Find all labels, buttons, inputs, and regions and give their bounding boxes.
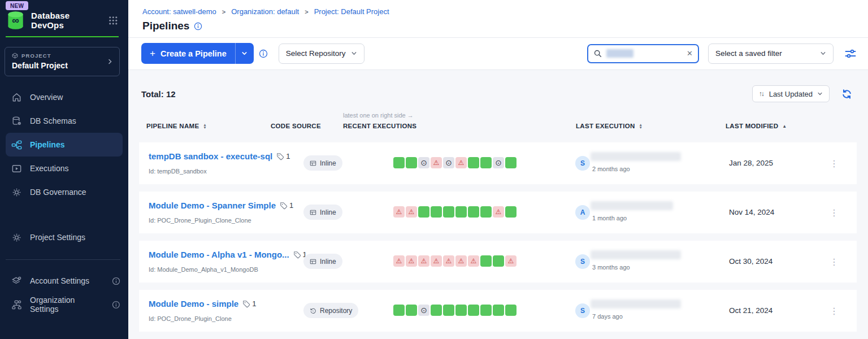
refresh-icon[interactable] (841, 89, 852, 99)
execution-success-icon[interactable] (468, 305, 479, 316)
execution-success-icon[interactable] (480, 206, 492, 218)
execution-skipped-icon[interactable]: ⊙ (418, 157, 429, 168)
execution-success-icon[interactable] (406, 157, 417, 168)
execution-success-icon[interactable] (418, 206, 429, 218)
sort-icon: ▲▼ (639, 123, 643, 129)
breadcrumb-project-link[interactable]: Project: Default Project (314, 7, 389, 16)
execution-success-icon[interactable] (505, 157, 517, 168)
info-icon[interactable] (112, 277, 120, 285)
execution-error-icon[interactable]: ⚠ (455, 157, 467, 168)
content-area: Total: 12 ↑↓ Last Updated latest one on … (128, 70, 868, 339)
row-actions-kebab-icon[interactable]: ⋮ (827, 255, 841, 268)
pipeline-name-link[interactable]: tempDB sandbox - execute-sql 1 (149, 151, 290, 161)
app-launcher-grid-icon[interactable] (108, 16, 118, 25)
saved-filter-dropdown[interactable]: Select a saved filter (708, 44, 834, 64)
execution-error-icon[interactable]: ⚠ (468, 255, 479, 267)
recent-executions: ⚠⚠⚠⚠⚠⚠⚠⚠ (393, 255, 518, 267)
repository-source-icon (310, 307, 316, 314)
execution-success-icon[interactable] (480, 255, 492, 267)
pipeline-name-link[interactable]: Module Demo - simple 1 (149, 299, 256, 308)
execution-error-icon[interactable]: ⚠ (493, 206, 504, 218)
execution-success-icon[interactable] (468, 157, 479, 168)
execution-error-icon[interactable]: ⚠ (505, 255, 517, 267)
redacted-user-name (591, 250, 681, 259)
info-icon[interactable] (194, 22, 202, 31)
code-source-badge: Inline (303, 205, 342, 220)
execution-error-icon[interactable]: ⚠ (431, 157, 442, 168)
column-header-last-execution[interactable]: LAST EXECUTION ▲▼ (576, 123, 643, 129)
sidebar-item-project-settings[interactable]: Project Settings (0, 225, 128, 249)
pipeline-name-link[interactable]: Module Demo - Spanner Simple 1 (149, 201, 293, 210)
app-root: NEW ∞ Database DevOps PROJECT Default Pr… (0, 0, 868, 339)
execution-success-icon[interactable] (480, 305, 492, 316)
org-chart-gear-icon (11, 299, 22, 310)
execution-error-icon[interactable]: ⚠ (406, 206, 417, 218)
execution-skipped-icon[interactable]: ⊙ (443, 157, 454, 168)
execution-error-icon[interactable]: ⚠ (455, 255, 467, 267)
execution-success-icon[interactable] (406, 305, 417, 316)
info-icon[interactable] (112, 301, 120, 309)
clear-search-icon[interactable]: ✕ (687, 50, 693, 57)
breadcrumb-organization-link[interactable]: Organization: default (231, 7, 299, 16)
execution-error-icon[interactable]: ⚠ (393, 255, 405, 267)
saved-filter-label: Select a saved filter (715, 49, 782, 58)
execution-success-icon[interactable] (455, 206, 467, 218)
execution-success-icon[interactable] (455, 305, 467, 316)
execution-success-icon[interactable] (443, 206, 454, 218)
breadcrumb-account-link[interactable]: Account: satwell-demo (142, 7, 216, 16)
execution-success-icon[interactable] (443, 305, 454, 316)
database-icon (11, 116, 22, 127)
execution-success-icon[interactable] (480, 157, 492, 168)
column-header-last-modified[interactable]: LAST MODIFIED ▲ (726, 123, 787, 129)
execution-success-icon[interactable] (393, 157, 405, 168)
pipeline-name-link[interactable]: Module Demo - Alpha v1 - Mongo... 1 (149, 250, 307, 259)
sidebar-item-organization-settings[interactable]: Organization Settings (0, 293, 128, 316)
sidebar-item-pipelines[interactable]: Pipelines (6, 133, 123, 157)
create-pipeline-dropdown-toggle[interactable] (235, 43, 254, 64)
execution-success-icon[interactable] (431, 305, 442, 316)
execution-success-icon[interactable] (393, 305, 405, 316)
avatar[interactable]: A (575, 205, 590, 220)
avatar[interactable]: S (575, 156, 590, 171)
execution-success-icon[interactable] (431, 206, 442, 218)
execution-error-icon[interactable]: ⚠ (431, 255, 442, 267)
execution-error-icon[interactable]: ⚠ (418, 255, 429, 267)
execution-skipped-icon[interactable]: ⊙ (493, 157, 504, 168)
execution-success-icon[interactable] (493, 255, 504, 267)
execution-error-icon[interactable]: ⚠ (443, 255, 454, 267)
redacted-user-name (591, 299, 681, 308)
avatar[interactable]: S (575, 254, 590, 269)
sort-updown-icon: ↑↓ (759, 90, 763, 98)
filter-sliders-icon[interactable] (844, 47, 857, 60)
project-selector[interactable]: PROJECT Default Project (5, 47, 120, 76)
sidebar-item-overview[interactable]: Overview (0, 85, 128, 109)
execution-success-icon[interactable] (505, 206, 517, 218)
row-actions-kebab-icon[interactable]: ⋮ (827, 157, 841, 170)
inline-source-icon (310, 209, 316, 216)
code-source-badge: Inline (303, 254, 342, 269)
create-pipeline-button[interactable]: + Create a Pipeline (141, 43, 235, 64)
list-header: Total: 12 ↑↓ Last Updated (139, 85, 857, 102)
column-header-code-source: CODE SOURCE (271, 123, 321, 129)
sidebar-item-executions[interactable]: Executions (0, 157, 128, 180)
execution-success-icon[interactable] (505, 305, 517, 316)
gear-icon (11, 232, 22, 243)
info-icon[interactable] (259, 49, 268, 58)
sidebar-item-db-governance[interactable]: DB Governance (0, 180, 128, 204)
table-row: Module Demo - Alpha v1 - Mongo... 1 Id: … (139, 241, 857, 282)
execution-skipped-icon[interactable]: ⊙ (418, 305, 429, 316)
execution-error-icon[interactable]: ⚠ (393, 206, 405, 218)
sort-dropdown[interactable]: ↑↓ Last Updated (752, 85, 830, 102)
main-area: Account: satwell-demo > Organization: de… (128, 0, 868, 339)
execution-success-icon[interactable] (493, 305, 504, 316)
search-input[interactable]: ✕ (587, 44, 699, 63)
row-actions-kebab-icon[interactable]: ⋮ (827, 206, 841, 219)
column-header-pipeline-name[interactable]: PIPELINE NAME ▲▼ (146, 123, 207, 129)
sidebar-item-account-settings[interactable]: Account Settings (0, 269, 128, 293)
row-actions-kebab-icon[interactable]: ⋮ (827, 304, 841, 318)
sidebar-item-db-schemas[interactable]: DB Schemas (0, 109, 128, 133)
execution-success-icon[interactable] (468, 206, 479, 218)
select-repository-dropdown[interactable]: Select Repository (279, 44, 364, 64)
execution-error-icon[interactable]: ⚠ (406, 255, 417, 267)
avatar[interactable]: S (575, 303, 590, 318)
